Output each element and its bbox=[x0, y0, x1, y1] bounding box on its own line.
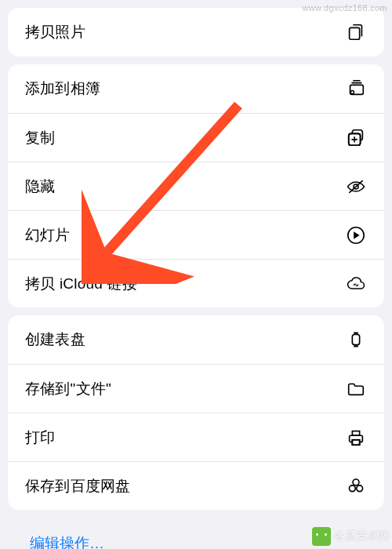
svg-rect-11 bbox=[352, 431, 359, 435]
row-add-to-album-label: 添加到相簿 bbox=[25, 78, 100, 99]
slideshow-icon bbox=[345, 224, 367, 246]
watermark-url: www.dgxcdz168.com bbox=[303, 3, 387, 13]
svg-rect-0 bbox=[350, 27, 360, 39]
action-group-3: 创建表盘 存储到"文件" 打印 保存到百度网盘 bbox=[8, 315, 384, 510]
row-save-to-files[interactable]: 存储到"文件" bbox=[8, 364, 384, 413]
watermark-brand: 冬瓜安卓网 bbox=[312, 527, 389, 546]
add-to-album-icon bbox=[345, 78, 367, 100]
watermark-brand-text: 冬瓜安卓网 bbox=[334, 529, 389, 544]
row-hide-label: 隐藏 bbox=[25, 176, 55, 197]
duplicate-icon bbox=[345, 127, 367, 149]
row-slideshow[interactable]: 幻灯片 bbox=[8, 210, 384, 259]
row-copy-photo-label: 拷贝照片 bbox=[25, 22, 85, 42]
row-copy-icloud-link-label: 拷贝 iCloud 链接 bbox=[25, 274, 137, 294]
row-slideshow-label: 幻灯片 bbox=[25, 225, 71, 245]
print-icon bbox=[345, 427, 367, 449]
row-print[interactable]: 打印 bbox=[8, 413, 384, 461]
android-robot-icon bbox=[312, 527, 331, 546]
row-duplicate[interactable]: 复制 bbox=[8, 113, 384, 162]
row-copy-photo[interactable]: 拷贝照片 bbox=[8, 8, 384, 56]
row-duplicate-label: 复制 bbox=[25, 128, 55, 148]
save-to-files-icon bbox=[345, 378, 367, 400]
row-print-label: 打印 bbox=[25, 427, 55, 448]
watch-face-icon bbox=[345, 329, 367, 351]
row-add-to-album[interactable]: 添加到相簿 bbox=[8, 64, 384, 113]
row-create-watch-face-label: 创建表盘 bbox=[25, 329, 85, 350]
hide-icon bbox=[345, 176, 367, 198]
row-copy-icloud-link[interactable]: 拷贝 iCloud 链接 bbox=[8, 259, 384, 307]
row-create-watch-face[interactable]: 创建表盘 bbox=[8, 315, 384, 364]
svg-rect-9 bbox=[352, 335, 359, 345]
copy-photo-icon bbox=[345, 21, 367, 43]
baidu-pan-icon bbox=[345, 475, 367, 497]
row-save-to-baidu-pan-label: 保存到百度网盘 bbox=[25, 476, 130, 496]
row-hide[interactable]: 隐藏 bbox=[8, 162, 384, 210]
action-group-1: 拷贝照片 bbox=[8, 8, 384, 56]
share-sheet: 拷贝照片 添加到相簿 复制 隐藏 幻灯片 bbox=[0, 0, 392, 549]
row-save-to-baidu-pan[interactable]: 保存到百度网盘 bbox=[8, 461, 384, 510]
row-save-to-files-label: 存储到"文件" bbox=[25, 379, 111, 399]
icloud-link-icon bbox=[345, 273, 367, 295]
svg-point-16 bbox=[357, 485, 363, 491]
svg-rect-12 bbox=[352, 439, 359, 445]
action-group-2: 添加到相簿 复制 隐藏 幻灯片 拷贝 iCloud 链接 bbox=[8, 64, 384, 307]
svg-point-15 bbox=[349, 485, 355, 491]
svg-point-14 bbox=[353, 478, 359, 485]
